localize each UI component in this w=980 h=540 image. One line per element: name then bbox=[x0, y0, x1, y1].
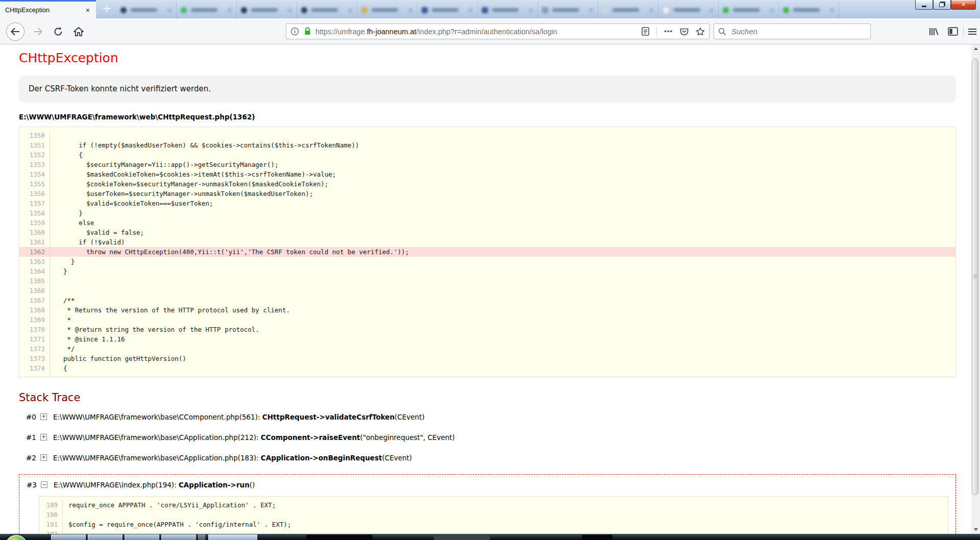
trace-text: E:\WWW\UMFRAGE\index.php(194): CApplicat… bbox=[54, 481, 255, 489]
tab-blurred[interactable]: × bbox=[357, 2, 418, 18]
code-text: * bbox=[50, 315, 71, 325]
code-text: require_once APPPATH . 'core/LSYii_Appli… bbox=[63, 500, 276, 510]
close-icon: ✕ bbox=[961, 1, 966, 8]
taskbar-button[interactable] bbox=[51, 534, 86, 540]
reader-mode-icon[interactable] bbox=[642, 27, 649, 36]
home-button[interactable] bbox=[70, 18, 87, 44]
scrollbar[interactable] bbox=[971, 44, 980, 534]
restore-icon bbox=[939, 3, 944, 7]
tab-blurred[interactable]: × bbox=[418, 2, 478, 18]
site-info-icon[interactable] bbox=[290, 27, 299, 36]
tab-close-icon[interactable]: × bbox=[408, 7, 413, 14]
tab-favicon bbox=[301, 7, 307, 13]
search-bar[interactable] bbox=[714, 23, 871, 39]
urlbar-separator bbox=[656, 27, 657, 36]
restore-button[interactable] bbox=[933, 0, 951, 10]
exception-title: CHttpException bbox=[19, 51, 956, 65]
taskbar-button[interactable] bbox=[88, 534, 122, 540]
code-line: 1357 $valid=$cookieToken===$userToken; bbox=[19, 199, 955, 208]
line-number: 1352 bbox=[19, 150, 50, 160]
taskbar-button[interactable] bbox=[208, 534, 257, 540]
windows-taskbar[interactable] bbox=[0, 534, 980, 540]
pocket-icon[interactable] bbox=[680, 28, 689, 36]
search-input[interactable] bbox=[730, 27, 866, 36]
code-text: else bbox=[50, 218, 94, 228]
tab-favicon bbox=[241, 7, 247, 13]
code-line: 1355 $cookieToken=$securityManager->unma… bbox=[19, 179, 955, 189]
trace-index: #0 bbox=[26, 413, 40, 421]
tab-close-icon[interactable]: × bbox=[85, 6, 91, 14]
tab-title: CHttpException bbox=[5, 7, 85, 14]
tab-close-icon[interactable]: × bbox=[348, 7, 353, 14]
scroll-up-arrow[interactable] bbox=[971, 44, 980, 53]
scrollbar-thumb[interactable] bbox=[972, 59, 978, 495]
library-button[interactable] bbox=[925, 18, 942, 44]
back-button[interactable] bbox=[6, 18, 24, 44]
code-line: 1359 else bbox=[19, 218, 955, 228]
tab-close-icon[interactable]: × bbox=[709, 7, 714, 14]
new-tab-button[interactable]: + bbox=[99, 1, 114, 17]
url-scheme: https:// bbox=[315, 28, 338, 36]
tab-close-icon[interactable]: × bbox=[227, 7, 232, 14]
tab-close-icon[interactable]: × bbox=[649, 7, 654, 14]
stack-trace-item: #1+E:\WWW\UMFRAGE\framework\base\CApplic… bbox=[26, 433, 956, 441]
code-text bbox=[63, 529, 68, 534]
tab-close-icon[interactable]: × bbox=[528, 7, 533, 14]
tab-blurred[interactable]: × bbox=[538, 2, 598, 18]
tab-blurred[interactable]: × bbox=[598, 2, 658, 18]
expand-icon[interactable]: + bbox=[40, 434, 47, 440]
tab-close-icon[interactable]: × bbox=[829, 7, 835, 14]
url-bar[interactable]: https://umfrage.fh-joanneum.at/index.php… bbox=[286, 23, 709, 39]
tab-blurred[interactable]: × bbox=[237, 2, 297, 18]
page-viewport: CHttpException Der CSRF-Token konnte nic… bbox=[0, 44, 971, 534]
minimize-button[interactable] bbox=[915, 0, 933, 10]
code-block-source: 13501351 if (!empty($maskedUserToken) &&… bbox=[19, 127, 956, 377]
tab-favicon bbox=[361, 7, 368, 13]
page-actions-icon[interactable]: ••• bbox=[664, 28, 673, 35]
taskbar-button[interactable] bbox=[161, 534, 196, 540]
expand-icon[interactable]: + bbox=[40, 413, 47, 420]
trace-index: #1 bbox=[26, 433, 40, 441]
windows-start-orb[interactable] bbox=[5, 535, 28, 540]
tab-blurred[interactable]: × bbox=[478, 2, 538, 18]
tab-blurred[interactable]: × bbox=[658, 2, 719, 18]
menu-button[interactable] bbox=[965, 18, 980, 44]
tab-blurred[interactable]: × bbox=[297, 2, 357, 18]
code-text bbox=[50, 131, 56, 140]
tab-close-icon[interactable]: × bbox=[468, 7, 473, 14]
sidebar-button[interactable] bbox=[944, 18, 962, 44]
tab-title-blur bbox=[674, 8, 700, 12]
line-number: 1369 bbox=[19, 315, 50, 325]
line-number: 1351 bbox=[19, 140, 50, 150]
reload-button[interactable] bbox=[50, 18, 66, 44]
expand-icon[interactable]: + bbox=[40, 454, 47, 461]
scroll-down-arrow[interactable] bbox=[971, 525, 980, 534]
tab-close-icon[interactable]: × bbox=[287, 7, 292, 14]
tab-blurred[interactable]: × bbox=[719, 2, 779, 18]
tab-favicon bbox=[181, 7, 187, 13]
tab-blurred[interactable]: × bbox=[177, 2, 237, 18]
tab-chttpexception[interactable]: CHttpException × bbox=[0, 0, 96, 18]
tab-blurred[interactable]: × bbox=[779, 2, 839, 18]
line-number: 189 bbox=[39, 500, 63, 510]
close-button[interactable]: ✕ bbox=[951, 0, 976, 10]
forward-icon bbox=[32, 26, 43, 37]
tab-blurred[interactable]: × bbox=[116, 2, 177, 18]
lock-icon[interactable] bbox=[304, 27, 311, 36]
taskbar-button[interactable] bbox=[125, 534, 159, 540]
tab-favicon bbox=[542, 7, 548, 13]
line-number: 1374 bbox=[19, 363, 50, 373]
collapse-icon[interactable]: − bbox=[41, 481, 47, 488]
hamburger-icon bbox=[968, 28, 977, 35]
tab-close-icon[interactable]: × bbox=[167, 7, 172, 14]
code-text: if (!$valid) bbox=[50, 237, 125, 247]
tab-close-icon[interactable]: × bbox=[769, 7, 774, 14]
code-text: throw new CHttpException(400,Yii::t('yii… bbox=[50, 247, 409, 257]
bookmark-star-icon[interactable] bbox=[696, 27, 705, 36]
line-number: 1360 bbox=[19, 228, 50, 237]
library-icon bbox=[928, 27, 939, 36]
forward-button[interactable] bbox=[30, 18, 46, 44]
tab-close-icon[interactable]: × bbox=[589, 7, 594, 14]
taskbar-button[interactable] bbox=[198, 534, 205, 540]
line-number: 1356 bbox=[19, 189, 50, 199]
